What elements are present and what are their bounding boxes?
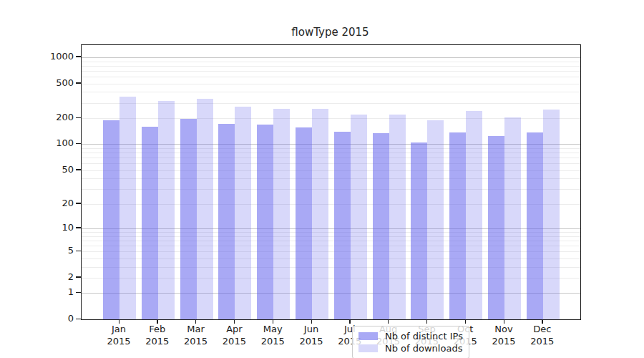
y-tick-label: 20 — [0, 198, 74, 209]
y-tick-label: 200 — [0, 112, 74, 123]
bar-distinct-ips-nov — [488, 136, 504, 319]
plot-area: Nb of distinct IPs Nb of downloads — [81, 44, 581, 320]
y-tick-mark — [76, 169, 81, 170]
bar-downloads-dec — [543, 110, 560, 319]
x-tick-label: Apr 2015 — [213, 323, 255, 347]
bar-distinct-ips-aug — [373, 133, 389, 319]
bar-distinct-ips-mar — [180, 119, 197, 319]
legend-label: Nb of downloads — [385, 343, 462, 354]
bar-downloads-jan — [119, 97, 136, 319]
gridline — [82, 103, 580, 104]
legend-swatch-distinct-ips — [358, 332, 378, 340]
y-tick-label: 0 — [0, 313, 74, 324]
gridline — [82, 57, 580, 58]
x-tick-label: Feb 2015 — [136, 323, 179, 347]
gridline — [82, 77, 580, 77]
bar-distinct-ips-feb — [142, 127, 158, 319]
bar-distinct-ips-sep — [411, 142, 427, 319]
y-tick-label: 500 — [0, 77, 74, 89]
bar-downloads-aug — [389, 115, 406, 319]
bar-downloads-jul — [351, 115, 367, 319]
bar-distinct-ips-oct — [449, 132, 466, 319]
y-tick-label: 1000 — [0, 51, 74, 62]
y-tick-mark — [76, 82, 81, 83]
bar-distinct-ips-jan — [103, 120, 119, 319]
legend-swatch-downloads — [358, 344, 378, 352]
y-tick-mark — [76, 203, 81, 203]
bar-distinct-ips-jun — [296, 127, 312, 319]
y-tick-mark — [76, 319, 81, 319]
legend: Nb of distinct IPs Nb of downloads — [352, 326, 469, 358]
legend-item: Nb of downloads — [358, 342, 463, 354]
x-tick-label: Jan 2015 — [97, 323, 140, 347]
bar-downloads-feb — [158, 101, 175, 319]
y-tick-mark — [76, 56, 81, 57]
legend-label: Nb of distinct IPs — [385, 331, 463, 342]
y-tick-label: 50 — [0, 164, 74, 175]
y-tick-mark — [76, 117, 81, 118]
bar-downloads-mar — [197, 99, 213, 319]
bar-downloads-sep — [427, 120, 444, 319]
bar-downloads-jun — [312, 109, 328, 319]
bar-distinct-ips-dec — [527, 132, 543, 319]
y-tick-mark — [76, 292, 81, 293]
y-tick-mark — [76, 276, 81, 277]
gridline — [82, 71, 580, 72]
bar-downloads-apr — [235, 107, 251, 319]
y-tick-label: 2 — [0, 271, 74, 283]
gridline — [82, 66, 580, 67]
gridline — [82, 62, 580, 62]
bar-distinct-ips-may — [257, 125, 273, 319]
x-tick-label: Jun 2015 — [290, 323, 333, 347]
figure: flowType 2015 Nb of distinct IPs Nb of d… — [0, 0, 644, 358]
x-tick-label: Dec 2015 — [521, 323, 564, 347]
x-tick-label: Mar 2015 — [175, 323, 218, 347]
y-tick-mark — [76, 251, 81, 251]
bar-downloads-may — [273, 109, 290, 319]
y-tick-mark — [76, 143, 81, 144]
gridline — [82, 92, 580, 92]
gridline — [82, 84, 580, 84]
x-tick-label: Nov 2015 — [482, 323, 525, 347]
y-tick-label: 1 — [0, 286, 74, 298]
bar-downloads-nov — [504, 117, 521, 319]
y-tick-mark — [76, 227, 81, 228]
y-tick-label: 10 — [0, 222, 74, 233]
chart-title: flowType 2015 — [81, 26, 580, 39]
y-tick-label: 100 — [0, 137, 74, 149]
y-tick-label: 5 — [0, 245, 74, 256]
legend-item: Nb of distinct IPs — [358, 330, 463, 342]
bar-downloads-oct — [466, 111, 482, 319]
bar-distinct-ips-jul — [334, 132, 351, 319]
bar-distinct-ips-apr — [218, 124, 235, 319]
x-tick-label: May 2015 — [251, 323, 294, 347]
